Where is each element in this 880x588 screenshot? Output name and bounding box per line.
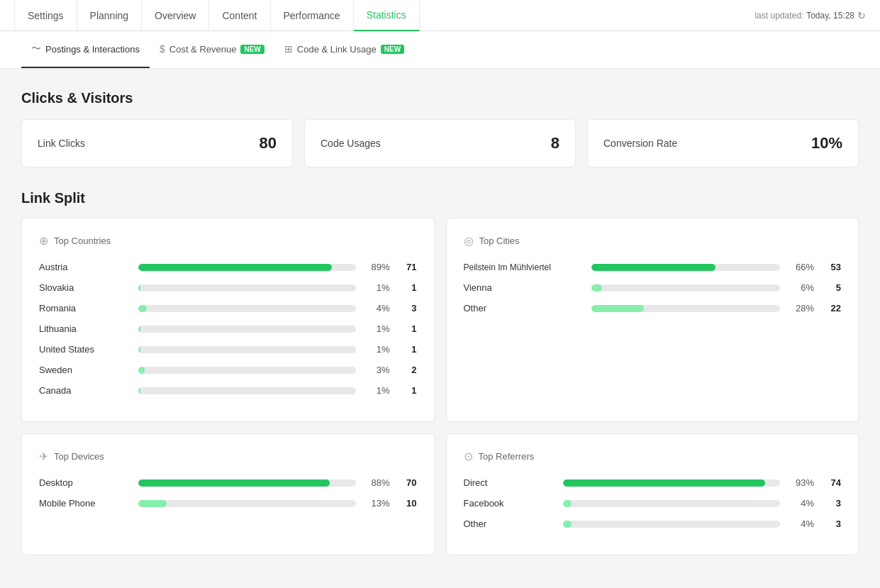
refresh-icon[interactable]: ↻ <box>857 10 866 21</box>
code-usages-value: 8 <box>551 134 559 152</box>
tab-postings-label: Postings & Interactions <box>45 44 140 55</box>
top-devices-card: ✈ Top Devices Desktop 88% 70 Mobile Phon… <box>21 433 435 555</box>
bar-fill <box>591 264 716 271</box>
bar-count: 1 <box>397 282 417 293</box>
globe-icon: ⊕ <box>39 234 48 248</box>
nav-performance[interactable]: Performance <box>271 0 354 31</box>
top-cities-label: Top Cities <box>479 235 520 246</box>
bar-count: 1 <box>397 323 417 334</box>
link-clicks-value: 80 <box>260 134 277 152</box>
bar-fill <box>138 264 332 271</box>
bar-track <box>138 500 356 507</box>
bar-fill <box>138 500 167 507</box>
last-updated-value[interactable]: Today, 15:28 <box>806 11 854 21</box>
bar-count: 1 <box>397 385 417 396</box>
bar-fill <box>563 500 572 507</box>
bar-track <box>138 264 356 271</box>
bar-pct: 1% <box>363 323 390 334</box>
bar-fill <box>138 387 140 394</box>
code-new-badge: NEW <box>381 45 404 54</box>
bar-pct: 4% <box>363 303 390 314</box>
bar-track <box>138 367 356 374</box>
location-icon: ◎ <box>464 234 474 248</box>
tab-postings[interactable]: 〜 Postings & Interactions <box>21 31 150 68</box>
sub-nav: 〜 Postings & Interactions $ Cost & Reven… <box>0 31 880 69</box>
top-devices-label: Top Devices <box>54 451 104 462</box>
tab-code-label: Code & Link Usage <box>297 44 377 55</box>
bar-track <box>591 284 781 292</box>
bar-label: Desktop <box>39 477 131 488</box>
device-mobile: Mobile Phone 13% 10 <box>39 498 417 509</box>
nav-overview[interactable]: Overview <box>142 0 209 31</box>
nav-settings[interactable]: Settings <box>14 0 77 31</box>
bar-pct: 13% <box>363 498 390 509</box>
metric-link-clicks: Link Clicks 80 <box>21 119 293 167</box>
bar-label: Slovakia <box>39 282 131 293</box>
conversion-rate-label: Conversion Rate <box>603 138 677 149</box>
bar-fill <box>138 346 140 353</box>
bar-pct: 6% <box>787 282 814 293</box>
bar-fill <box>591 305 645 312</box>
bar-label: United States <box>39 344 131 355</box>
nav-planning[interactable]: Planning <box>77 0 143 31</box>
bar-track <box>563 479 781 487</box>
bar-label: Austria <box>39 262 131 272</box>
bar-label: Sweden <box>39 365 131 375</box>
last-updated-label: last updated: <box>754 11 803 21</box>
activity-icon: 〜 <box>31 43 41 55</box>
bar-label: Mobile Phone <box>39 498 131 509</box>
nav-content[interactable]: Content <box>209 0 270 31</box>
tab-code[interactable]: ⊞ Code & Link Usage NEW <box>274 31 414 68</box>
bar-track <box>138 387 356 394</box>
bar-count: 3 <box>821 518 841 529</box>
code-usages-label: Code Usages <box>321 138 381 149</box>
bar-count: 53 <box>821 262 841 272</box>
devices-rows: Desktop 88% 70 Mobile Phone 13% 10 <box>39 477 417 509</box>
city-other: Other 28% 22 <box>464 303 842 314</box>
dollar-icon: $ <box>160 43 165 55</box>
bar-label: Other <box>464 303 584 314</box>
top-countries-title: ⊕ Top Countries <box>39 234 417 248</box>
metric-code-usages: Code Usages 8 <box>304 119 576 167</box>
bar-label: Direct <box>464 477 556 488</box>
bar-count: 10 <box>397 498 417 509</box>
country-sweden: Sweden 3% 2 <box>39 365 417 375</box>
bar-track <box>591 264 781 271</box>
bar-pct: 1% <box>363 282 390 293</box>
bar-pct: 4% <box>787 518 814 529</box>
bar-track <box>138 284 356 292</box>
top-devices-title: ✈ Top Devices <box>39 450 417 463</box>
bar-pct: 1% <box>363 344 390 355</box>
city-vienna: Vienna 6% 5 <box>464 282 842 293</box>
bar-label: Romania <box>39 303 131 314</box>
bar-pct: 93% <box>787 477 814 488</box>
nav-statistics[interactable]: Statistics <box>354 0 420 31</box>
bar-count: 71 <box>397 262 417 272</box>
top-countries-label: Top Countries <box>54 235 111 246</box>
cities-rows: Peilstein Im Mühlviertel 66% 53 Vienna 6… <box>464 262 842 314</box>
bar-pct: 88% <box>363 477 390 488</box>
bar-pct: 89% <box>363 262 390 272</box>
main-content: Clicks & Visitors Link Clicks 80 Code Us… <box>0 69 880 588</box>
tab-cost[interactable]: $ Cost & Revenue NEW <box>150 31 274 68</box>
link-icon: ⊞ <box>284 43 293 55</box>
link-clicks-label: Link Clicks <box>38 138 85 149</box>
country-lithuania: Lithuania 1% 1 <box>39 323 417 334</box>
referrer-direct: Direct 93% 74 <box>464 477 842 488</box>
bar-fill <box>591 284 603 292</box>
bar-count: 3 <box>397 303 417 314</box>
country-austria: Austria 89% 71 <box>39 262 417 272</box>
bar-label: Facebook <box>464 498 556 509</box>
top-countries-card: ⊕ Top Countries Austria 89% 71 Slovakia <box>21 218 435 422</box>
referrer-other: Other 4% 3 <box>464 518 842 529</box>
bar-fill <box>138 367 145 374</box>
conversion-rate-value: 10% <box>811 134 842 152</box>
bar-label: Lithuania <box>39 323 131 334</box>
tab-cost-label: Cost & Revenue <box>169 44 237 55</box>
top-nav: Settings Planning Overview Content Perfo… <box>0 0 880 31</box>
device-desktop: Desktop 88% 70 <box>39 477 417 488</box>
city-peilstein: Peilstein Im Mühlviertel 66% 53 <box>464 262 842 272</box>
link-split-grid: ⊕ Top Countries Austria 89% 71 Slovakia <box>21 218 859 555</box>
referrer-facebook: Facebook 4% 3 <box>464 498 842 509</box>
bar-fill <box>563 479 765 487</box>
